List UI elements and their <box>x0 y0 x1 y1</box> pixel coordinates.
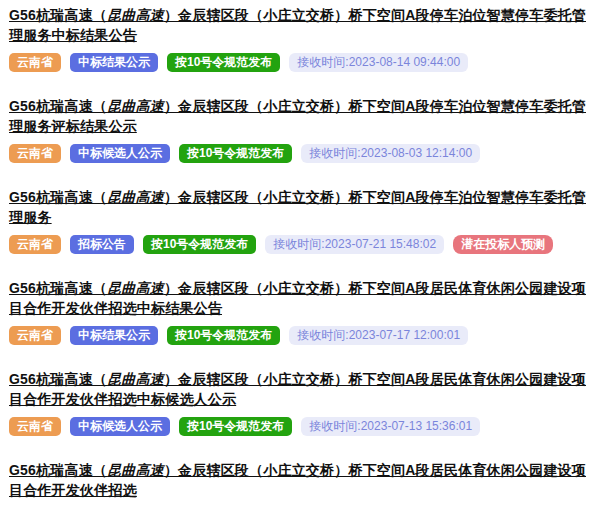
rule-tag: 按10号令规范发布 <box>179 417 292 436</box>
category-tag: 中标结果公示 <box>70 53 158 72</box>
title-text: G56杭瑞高速（ <box>9 98 107 114</box>
category-tag: 中标候选人公示 <box>70 144 170 163</box>
rule-tag: 按10号令规范发布 <box>167 326 280 345</box>
tag-row: 云南省 招标公告 按10号令规范发布 接收时间:2023-07-21 15:48… <box>9 235 591 254</box>
announcement-list: G56杭瑞高速（昆曲高速）金辰辖区段（小庄立交桥）桥下空间A段停车泊位智慧停车委… <box>9 5 591 508</box>
received-time-badge: 接收时间:2023-08-14 09:44:00 <box>289 53 468 72</box>
title-highlight: 昆曲高速 <box>107 7 164 23</box>
title-highlight: 昆曲高速 <box>107 462 164 478</box>
received-time-badge: 接收时间:2023-08-03 12:14:00 <box>301 144 480 163</box>
tag-row: 云南省 中标结果公示 按10号令规范发布 接收时间:2023-08-14 09:… <box>9 53 591 72</box>
category-tag: 招标公告 <box>70 235 134 254</box>
received-time-badge: 接收时间:2023-07-13 15:36:01 <box>301 417 480 436</box>
rule-tag: 按10号令规范发布 <box>143 235 256 254</box>
announcement-title-link[interactable]: G56杭瑞高速（昆曲高速）金辰辖区段（小庄立交桥）桥下空间A段居民体育休闲公园建… <box>9 460 591 500</box>
bidder-prediction-button[interactable]: 潜在投标人预测 <box>453 235 553 254</box>
tag-row: 云南省 中标结果公示 按10号令规范发布 接收时间:2023-07-17 12:… <box>9 326 591 345</box>
announcement-title-link[interactable]: G56杭瑞高速（昆曲高速）金辰辖区段（小庄立交桥）桥下空间A段停车泊位智慧停车委… <box>9 5 591 45</box>
announcement-title-link[interactable]: G56杭瑞高速（昆曲高速）金辰辖区段（小庄立交桥）桥下空间A段居民体育休闲公园建… <box>9 278 591 318</box>
announcement-item: G56杭瑞高速（昆曲高速）金辰辖区段（小庄立交桥）桥下空间A段居民体育休闲公园建… <box>9 460 591 508</box>
announcement-item: G56杭瑞高速（昆曲高速）金辰辖区段（小庄立交桥）桥下空间A段停车泊位智慧停车委… <box>9 187 591 254</box>
announcement-item: G56杭瑞高速（昆曲高速）金辰辖区段（小庄立交桥）桥下空间A段停车泊位智慧停车委… <box>9 5 591 72</box>
tag-row: 云南省 中标候选人公示 按10号令规范发布 接收时间:2023-08-03 12… <box>9 144 591 163</box>
title-highlight: 昆曲高速 <box>107 189 164 205</box>
title-text: G56杭瑞高速（ <box>9 371 107 387</box>
province-tag: 云南省 <box>9 235 61 254</box>
title-text: G56杭瑞高速（ <box>9 189 107 205</box>
announcement-item: G56杭瑞高速（昆曲高速）金辰辖区段（小庄立交桥）桥下空间A段停车泊位智慧停车委… <box>9 96 591 163</box>
category-tag: 中标结果公示 <box>70 326 158 345</box>
announcement-title-link[interactable]: G56杭瑞高速（昆曲高速）金辰辖区段（小庄立交桥）桥下空间A段居民体育休闲公园建… <box>9 369 591 409</box>
title-text: G56杭瑞高速（ <box>9 462 107 478</box>
announcement-title-link[interactable]: G56杭瑞高速（昆曲高速）金辰辖区段（小庄立交桥）桥下空间A段停车泊位智慧停车委… <box>9 96 591 136</box>
province-tag: 云南省 <box>9 144 61 163</box>
title-highlight: 昆曲高速 <box>107 371 164 387</box>
title-text: G56杭瑞高速（ <box>9 7 107 23</box>
rule-tag: 按10号令规范发布 <box>179 144 292 163</box>
announcement-item: G56杭瑞高速（昆曲高速）金辰辖区段（小庄立交桥）桥下空间A段居民体育休闲公园建… <box>9 278 591 345</box>
received-time-badge: 接收时间:2023-07-21 15:48:02 <box>265 235 444 254</box>
category-tag: 中标候选人公示 <box>70 417 170 436</box>
received-time-badge: 接收时间:2023-07-17 12:00:01 <box>289 326 468 345</box>
announcement-title-link[interactable]: G56杭瑞高速（昆曲高速）金辰辖区段（小庄立交桥）桥下空间A段停车泊位智慧停车委… <box>9 187 591 227</box>
announcement-item: G56杭瑞高速（昆曲高速）金辰辖区段（小庄立交桥）桥下空间A段居民体育休闲公园建… <box>9 369 591 436</box>
province-tag: 云南省 <box>9 417 61 436</box>
title-highlight: 昆曲高速 <box>107 280 164 296</box>
title-highlight: 昆曲高速 <box>107 98 164 114</box>
rule-tag: 按10号令规范发布 <box>167 53 280 72</box>
province-tag: 云南省 <box>9 326 61 345</box>
tag-row: 云南省 中标候选人公示 按10号令规范发布 接收时间:2023-07-13 15… <box>9 417 591 436</box>
province-tag: 云南省 <box>9 53 61 72</box>
title-text: G56杭瑞高速（ <box>9 280 107 296</box>
